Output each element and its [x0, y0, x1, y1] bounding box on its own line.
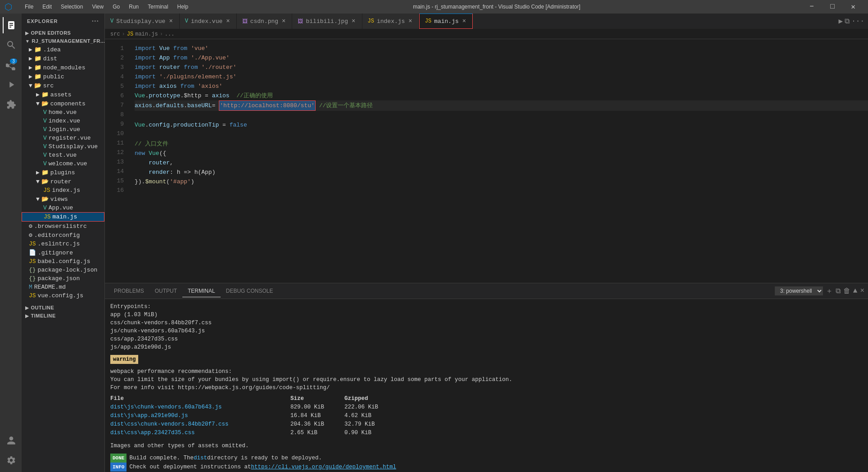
menu-terminal[interactable]: Terminal — [144, 3, 172, 11]
new-terminal-icon[interactable]: ＋ — [826, 286, 833, 296]
tree-item-gitignore[interactable]: 📄 .gitignore — [22, 248, 104, 257]
tree-item-idea[interactable]: ▶ 📁 .idea — [22, 45, 104, 54]
tree-item-package-lock-json[interactable]: {} package-lock.json — [22, 266, 104, 274]
split-terminal-icon[interactable]: ⧉ — [836, 287, 841, 295]
tab-main-js[interactable]: JS main.js × — [419, 14, 473, 29]
tree-item-welcome-vue[interactable]: V welcome.vue — [22, 159, 104, 168]
project-section[interactable]: ▼ RJ_STUMANAGEMENT_FR... — [22, 37, 104, 45]
source-control-icon[interactable]: 3 — [3, 57, 19, 73]
entrypoints-label: Entrypoints: — [110, 304, 151, 310]
settings-icon[interactable] — [3, 452, 19, 468]
code-editor[interactable]: 12345 678910 1112131415 16 import Vue fr… — [105, 39, 868, 283]
close-button[interactable]: ✕ — [843, 0, 863, 14]
tab-index-js[interactable]: JS index.js × — [362, 14, 419, 29]
terminal-tab-problems[interactable]: PROBLEMS — [108, 285, 149, 297]
menu-selection[interactable]: Selection — [57, 3, 86, 11]
tree-item-label: README.md — [34, 284, 66, 290]
close-panel-icon[interactable]: × — [860, 287, 864, 295]
terminal-tab-debug-console[interactable]: DEBUG CONSOLE — [221, 285, 279, 297]
tree-item-components[interactable]: ▼ 📂 components — [22, 99, 104, 108]
tree-item-vue-config-js[interactable]: JS vue.config.js — [22, 291, 104, 300]
tree-item-label: node_modules — [43, 64, 86, 71]
maximize-panel-icon[interactable]: ▲ — [853, 287, 858, 295]
tab-studisplay-vue[interactable]: V Studisplay.vue × — [105, 14, 180, 29]
run-debug-icon[interactable] — [3, 77, 19, 93]
menu-help[interactable]: Help — [174, 3, 192, 11]
terminal-tab-terminal[interactable]: TERMINAL — [182, 285, 221, 297]
tab-bilibili-jpg[interactable]: 🖼 bilibili.jpg × — [292, 14, 362, 29]
size-cell-3: 204.36 KiB — [290, 420, 344, 429]
col-gzip-header: Gzipped — [344, 395, 434, 403]
tree-item-browserslistrc[interactable]: ⚙ .browserslistrc — [22, 222, 104, 231]
vue-icon: V — [43, 126, 47, 133]
terminal-tab-output[interactable]: OUTPUT — [149, 285, 182, 297]
tab-close-button[interactable]: × — [281, 18, 286, 25]
tree-item-plugins[interactable]: ▶ 📁 plugins — [22, 168, 104, 177]
menu-bar: File Edit Selection View Go Run Terminal… — [21, 3, 192, 11]
chevron-down-icon: ▼ — [25, 39, 30, 44]
tab-close-button[interactable]: × — [461, 18, 467, 25]
minimize-button[interactable]: − — [801, 0, 822, 14]
tree-item-studisplay-vue[interactable]: V Studisplay.vue — [22, 142, 104, 151]
col-file-header: File — [110, 395, 290, 403]
tree-item-app-vue[interactable]: V App.vue — [22, 204, 104, 212]
deployment-link[interactable]: https://cli.vuejs.org/guide/deployment.h… — [251, 463, 396, 471]
sidebar-options-button[interactable]: ··· — [92, 17, 99, 25]
table-row-4: dist\css\app.23427d35.css 2.65 KiB 0.90 … — [110, 429, 863, 437]
tree-item-login-vue[interactable]: V login.vue — [22, 125, 104, 134]
tree-item-main-js[interactable]: JS main.js — [22, 212, 104, 222]
menu-view[interactable]: View — [88, 3, 107, 11]
tree-item-views[interactable]: ▼ 📂 views — [22, 195, 104, 204]
breadcrumb-src[interactable]: src — [110, 31, 120, 37]
code-content[interactable]: import Vue from 'vue' import App from '.… — [127, 39, 868, 283]
extensions-icon[interactable] — [3, 96, 19, 113]
tree-item-index-vue[interactable]: V index.vue — [22, 117, 104, 125]
tab-close-button[interactable]: × — [225, 18, 231, 25]
kill-terminal-icon[interactable]: 🗑 — [843, 287, 850, 295]
tree-item-node-modules[interactable]: ▶ 📁 node_modules — [22, 63, 104, 72]
tree-item-router-index-js[interactable]: JS index.js — [22, 186, 104, 195]
terminal-shell-dropdown[interactable]: 3: powershell — [775, 286, 823, 295]
menu-edit[interactable]: Edit — [39, 3, 55, 11]
tree-item-readme-md[interactable]: M README.md — [22, 283, 104, 291]
breadcrumb-ellipsis[interactable]: ... — [165, 31, 175, 37]
tab-close-button[interactable]: × — [168, 18, 173, 25]
tree-item-dist[interactable]: ▶ 📁 dist — [22, 54, 104, 63]
terminal-content[interactable]: Entrypoints: app (1.03 MiB) css/chunk-ve… — [105, 299, 868, 472]
tree-item-assets[interactable]: ▶ 📁 assets — [22, 90, 104, 99]
tree-item-package-json[interactable]: {} package.json — [22, 274, 104, 283]
account-icon[interactable] — [3, 432, 19, 449]
tab-csdn-png[interactable]: 🖼 csdn.png × — [237, 14, 293, 29]
folder-open-icon: 📂 — [41, 195, 49, 203]
split-editor-icon[interactable]: ⧉ — [845, 17, 850, 26]
tree-item-editorconfig[interactable]: ⚙ .editorconfig — [22, 231, 104, 240]
explorer-icon[interactable] — [3, 17, 19, 33]
tab-close-button[interactable]: × — [407, 18, 413, 25]
tree-item-register-vue[interactable]: V register.vue — [22, 134, 104, 142]
run-icon[interactable]: ▶ — [839, 17, 843, 26]
menu-run[interactable]: Run — [125, 3, 142, 11]
breadcrumb-main-js[interactable]: main.js — [135, 31, 158, 37]
tab-label: bilibili.jpg — [306, 18, 348, 25]
tree-item-src[interactable]: ▼ 📂 src — [22, 81, 104, 90]
tree-item-home-vue[interactable]: V home.vue — [22, 108, 104, 117]
timeline-section[interactable]: ▶ TIMELINE — [22, 312, 104, 320]
tree-item-eslintrc-js[interactable]: JS .eslintrc.js — [22, 240, 104, 248]
sidebar-header: Explorer ··· — [22, 14, 104, 29]
outline-section[interactable]: ▶ OUTLINE — [22, 304, 104, 312]
code-line-12: new Vue({ — [135, 149, 868, 158]
maximize-button[interactable]: □ — [822, 0, 843, 14]
code-line-9: Vue.config.productionTip = false — [135, 120, 868, 130]
more-actions-icon[interactable]: ··· — [851, 17, 864, 25]
tree-item-test-vue[interactable]: V test.vue — [22, 151, 104, 159]
menu-go[interactable]: Go — [109, 3, 123, 11]
search-icon[interactable] — [3, 37, 19, 53]
tree-item-public[interactable]: ▶ 📁 public — [22, 72, 104, 81]
tree-item-babel-config-js[interactable]: JS babel.config.js — [22, 257, 104, 266]
menu-file[interactable]: File — [21, 3, 37, 11]
tree-item-router[interactable]: ▼ 📂 router — [22, 177, 104, 186]
open-editors-section[interactable]: ▶ Open Editors — [22, 29, 104, 37]
tab-index-vue[interactable]: V index.vue × — [180, 14, 237, 29]
tab-close-button[interactable]: × — [351, 18, 356, 25]
breadcrumb-sep: › — [122, 31, 125, 37]
